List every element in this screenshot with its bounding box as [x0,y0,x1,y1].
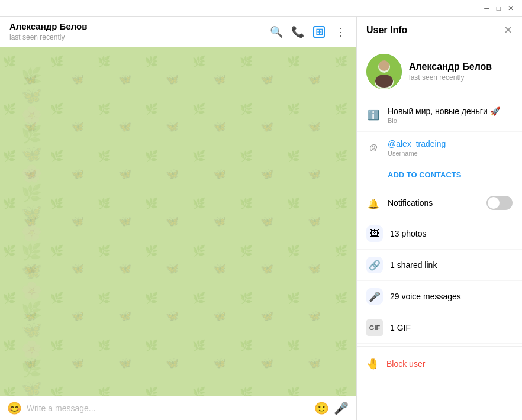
attachment-icon[interactable]: 🎤 [334,401,349,415]
notifications-row: 🔔 Notifications [357,188,522,218]
block-user-label[interactable]: Block user [386,359,425,369]
emoji-button-icon[interactable]: 🙂 [314,401,329,415]
links-label: 1 shared link [390,260,513,270]
title-bar: ─ □ ✕ [0,0,522,17]
profile-section: Александр Белов last seen recently [357,44,522,99]
call-icon[interactable]: 📞 [292,26,304,38]
gif-row[interactable]: GIF 1 GIF [357,312,522,344]
layout-icon[interactable]: ⊞ [313,26,325,38]
svg-point-4 [375,75,393,88]
voice-icon: 🎤 [366,288,383,305]
notifications-left: 🔔 Notifications [366,195,433,211]
gif-label: 1 GIF [390,323,513,332]
svg-point-3 [379,60,389,71]
photos-label: 13 photos [390,229,513,238]
chat-header-actions: 🔍 📞 ⊞ ⋮ [270,26,346,38]
notifications-toggle[interactable] [486,196,513,210]
profile-name: Александр Белов [409,62,492,72]
username-content: @alex_tradeing Username [388,139,513,157]
bell-icon: 🔔 [366,196,381,211]
username-icon: @ [366,140,381,154]
search-icon[interactable]: 🔍 [270,26,282,38]
user-info-panel: User Info ✕ Александр Белов last seen re… [356,17,522,420]
chat-name: Александр Белов [9,21,87,31]
message-input[interactable] [27,401,310,415]
profile-info: Александр Белов last seen recently [409,62,492,82]
bio-content: Новый мир, новые деньги 🚀 Bio [388,106,513,124]
chat-background-pattern: 🌿🦋🌸🌿🦋🌸🌿🦋 🌸🌿🦋🌸🌿🦋🌸🌿 🦋🌸🌿🦋🌸🌿🦋🌸 🌿🦋🌸🌿🦋🌸🌿🦋 🌸🌿🦋🌸… [9,54,346,396]
gif-icon: GIF [366,319,383,336]
divider [357,346,522,347]
avatar-image [366,54,402,89]
chat-messages[interactable]: 🌿🦋🌸🌿🦋🌸🌿🦋 🌸🌿🦋🌸🌿🦋🌸🌿 🦋🌸🌿🦋🌸🌿🦋🌸 🌿🦋🌸🌿🦋🌸🌿🦋 🌸🌿🦋🌸… [0,47,356,396]
avatar [366,54,402,89]
panel-title: User Info [366,25,407,35]
chat-header: Александр Белов last seen recently 🔍 📞 ⊞… [0,17,356,47]
maximize-button[interactable]: □ [493,3,504,14]
block-user-row[interactable]: 🤚 Block user [357,349,522,379]
chat-input-area: 😊 🙂 🎤 [0,396,356,420]
add-contacts-row[interactable]: ADD TO CONTACTS [357,164,522,188]
info-circle-icon: ℹ️ [366,108,381,122]
link-icon: 🔗 [366,257,383,273]
notifications-label: Notifications [388,198,433,208]
chat-header-left: Александр Белов last seen recently [9,21,87,42]
minimize-button[interactable]: ─ [481,3,493,14]
voice-label: 29 voice messages [390,292,513,301]
toggle-knob [488,197,500,209]
panel-header: User Info ✕ [357,17,522,44]
block-icon: 🤚 [366,357,379,370]
add-to-contacts-button[interactable]: ADD TO CONTACTS [388,169,461,180]
chat-status: last seen recently [9,33,65,41]
profile-status: last seen recently [409,73,492,82]
username-row: @ @alex_tradeing Username [357,132,522,164]
panel-close-button[interactable]: ✕ [504,24,513,37]
more-icon[interactable]: ⋮ [334,26,346,38]
links-row[interactable]: 🔗 1 shared link [357,250,522,281]
photos-icon: 🖼 [366,225,383,242]
voice-row[interactable]: 🎤 29 voice messages [357,281,522,312]
username-label: Username [388,150,513,157]
app-body: Александр Белов last seen recently 🔍 📞 ⊞… [0,17,522,420]
chat-panel: Александр Белов last seen recently 🔍 📞 ⊞… [0,17,356,420]
bio-label: Bio [388,117,513,124]
photos-row[interactable]: 🖼 13 photos [357,218,522,250]
emoji-icon[interactable]: 😊 [7,401,22,415]
bio-value: Новый мир, новые деньги 🚀 [388,106,513,116]
close-button[interactable]: ✕ [504,3,517,14]
bio-row: ℹ️ Новый мир, новые деньги 🚀 Bio [357,99,522,132]
username-value[interactable]: @alex_tradeing [388,139,513,148]
